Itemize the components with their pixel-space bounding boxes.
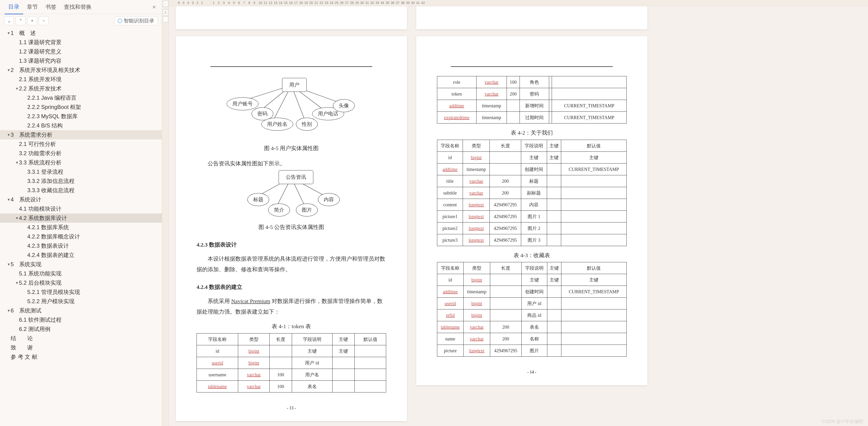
outline-item[interactable]: 2.2.2 SpringBoot 框架 — [0, 102, 162, 112]
outline-item[interactable]: 2.2.4 B/S 结构 — [0, 121, 162, 130]
outline-item[interactable]: 3.3.2 添加信息流程 — [0, 177, 162, 186]
outline-item[interactable]: 5.1 系统功能实现 — [0, 269, 162, 278]
table-cell: 主键 — [521, 274, 547, 286]
outline-item[interactable]: ▾4.2 系统数据库设计 — [0, 213, 162, 223]
table-row: usernamevarchar100用户名 — [197, 369, 386, 381]
watermark: CSDN @IT学长编程 — [822, 418, 863, 425]
table-cell: content — [437, 199, 463, 210]
close-icon[interactable]: × — [151, 3, 157, 11]
table-cell: 200 — [490, 187, 521, 199]
table-cell: varchar — [238, 381, 270, 392]
smart-label: 智能识别目录 — [124, 17, 154, 24]
outline-item[interactable]: 3.2 功能需求分析 — [0, 149, 162, 158]
chevron-down-icon[interactable]: ▾ — [15, 160, 19, 165]
erd-node: 用户姓名 — [261, 118, 293, 131]
table-cell — [547, 333, 561, 345]
vertical-ruler: ⌐ 文 ◦ — [162, 0, 169, 426]
table-cell: name — [437, 333, 464, 345]
tab-toc[interactable]: 目录 — [5, 0, 23, 14]
outline-item[interactable]: 3.3.1 登录流程 — [0, 167, 162, 177]
outline-item[interactable]: 4.1 功能模块设计 — [0, 204, 162, 213]
add-button[interactable]: + — [27, 17, 37, 25]
sidebar-tabs: 目录 章节 书签 查找和替换 × — [0, 0, 162, 14]
outline-label: 3.3 系统流程分析 — [19, 159, 62, 166]
chevron-down-icon[interactable]: ▾ — [15, 280, 19, 285]
outline-item[interactable]: ▾1 概 述 — [0, 28, 162, 38]
collapse-up-button[interactable]: ⌃ — [16, 17, 25, 25]
outline-item[interactable]: 4.2.1 数据库系统 — [0, 223, 162, 232]
table-cell: 4294967295 — [490, 345, 521, 357]
outline-label: 3.3.2 添加信息流程 — [27, 177, 74, 185]
outline-item[interactable]: ▾4 系统设计 — [0, 195, 162, 204]
outline-item[interactable]: ▾3 系统需求分析 — [0, 130, 162, 140]
outline-item[interactable]: 1.2 课题研究意义 — [0, 47, 162, 56]
table-cell: timestamp — [476, 112, 507, 123]
chevron-down-icon[interactable]: ▾ — [15, 86, 19, 91]
table-cell: timestamp — [463, 286, 490, 298]
expand-down-button[interactable]: ⌄ — [4, 17, 14, 25]
outline-item[interactable]: 1.3 课题研究内容 — [0, 56, 162, 65]
chevron-down-icon[interactable]: ▾ — [6, 197, 11, 202]
pages-area[interactable]: 用户 用户账号 密码 用户姓名 性别 用户电话 头像 图 4-5 用户实体属性图… — [169, 6, 868, 426]
outline-item[interactable]: 1.1 课题研究背景 — [0, 38, 162, 47]
table-cell — [552, 76, 627, 88]
chevron-down-icon[interactable]: ▾ — [6, 132, 11, 138]
tab-chapters[interactable]: 章节 — [23, 0, 42, 14]
outline-item[interactable]: ▾3.3 系统流程分析 — [0, 158, 162, 167]
table-cell: 副标题 — [521, 187, 547, 199]
outline-label: 4.2.3 数据表设计 — [27, 242, 69, 249]
table-cell — [561, 345, 626, 357]
table-row: namevarchar200名称 — [437, 333, 627, 345]
column-header: 字段名称 — [437, 262, 464, 274]
table-cell: 内容 — [521, 199, 547, 210]
horizontal-ruler[interactable]: 6543211234567891011121314151617181920212… — [169, 0, 868, 6]
chevron-down-icon[interactable]: ▾ — [6, 67, 11, 72]
table-cell: bigint — [463, 298, 490, 309]
outline-item[interactable]: 5.2.2 用户模块实现 — [0, 297, 162, 306]
tab-find-replace[interactable]: 查找和替换 — [60, 0, 95, 14]
outline-item[interactable]: 3.3.3 收藏信息流程 — [0, 186, 162, 195]
outline-item[interactable]: 2.1 系统开发环境 — [0, 75, 162, 84]
outline-item[interactable]: 6.1 软件测试过程 — [0, 315, 162, 325]
outline-item[interactable]: ▾2.2 系统开发技术 — [0, 84, 162, 93]
table-cell: 图片 1 — [521, 210, 547, 222]
outline-item[interactable]: ▾2 系统开发环境及相关技术 — [0, 65, 162, 75]
outline-item[interactable]: 2.2.1 Java 编程语言 — [0, 93, 162, 102]
outline-item[interactable]: 致 谢 — [0, 343, 162, 352]
outline-tree[interactable]: ▾1 概 述1.1 课题研究背景1.2 课题研究意义1.3 课题研究内容▾2 系… — [0, 28, 162, 426]
outline-item[interactable]: ▾6 系统测试 — [0, 306, 162, 315]
outline-item[interactable]: 结 论 — [0, 334, 162, 343]
table-cell — [270, 345, 292, 357]
text: 系统采用 — [208, 298, 231, 304]
outline-item[interactable]: ▾5 系统实现 — [0, 260, 162, 269]
table-cell — [332, 357, 354, 369]
table-cell — [270, 357, 292, 369]
chevron-down-icon[interactable]: ▾ — [6, 31, 11, 36]
table-cell: longtext — [463, 345, 490, 357]
smart-detect-toc-button[interactable]: 智能识别目录 — [114, 17, 158, 25]
ruler-text-direction[interactable]: 文 — [163, 10, 168, 15]
table-cell: 主键 — [547, 274, 561, 286]
tab-bookmarks[interactable]: 书签 — [42, 0, 60, 14]
outline-label: 1.2 课题研究意义 — [19, 48, 62, 55]
remove-button[interactable]: − — [39, 17, 49, 25]
outline-item[interactable]: 4.2.2 数据库概念设计 — [0, 232, 162, 241]
outline-item[interactable]: 6.2 测试用例 — [0, 325, 162, 334]
outline-label: 4.2.2 数据库概念设计 — [27, 233, 80, 240]
chevron-down-icon[interactable]: ▾ — [6, 308, 11, 313]
table-cell — [552, 88, 627, 100]
outline-item[interactable]: 2.1 可行性分析 — [0, 140, 162, 149]
chevron-down-icon[interactable]: ▾ — [6, 262, 11, 267]
table-cell: refid — [437, 309, 464, 321]
outline-item[interactable]: 参 考 文 献 — [0, 352, 162, 362]
chevron-down-icon[interactable]: ▾ — [15, 216, 19, 221]
table-cell: 用户名 — [292, 369, 332, 381]
outline-item[interactable]: 5.2.1 管理员模块实现 — [0, 287, 162, 297]
outline-item[interactable]: 4.2.4 数据表的建立 — [0, 250, 162, 260]
table-row: tablenamevarchar200表名 — [437, 321, 627, 333]
outline-item[interactable]: 2.2.3 MySQL 数据库 — [0, 112, 162, 121]
outline-label: 2.2.3 MySQL 数据库 — [27, 113, 78, 120]
table-cell — [549, 76, 552, 88]
outline-item[interactable]: 4.2.3 数据表设计 — [0, 241, 162, 250]
outline-item[interactable]: ▾5.2 后台模块实现 — [0, 278, 162, 287]
